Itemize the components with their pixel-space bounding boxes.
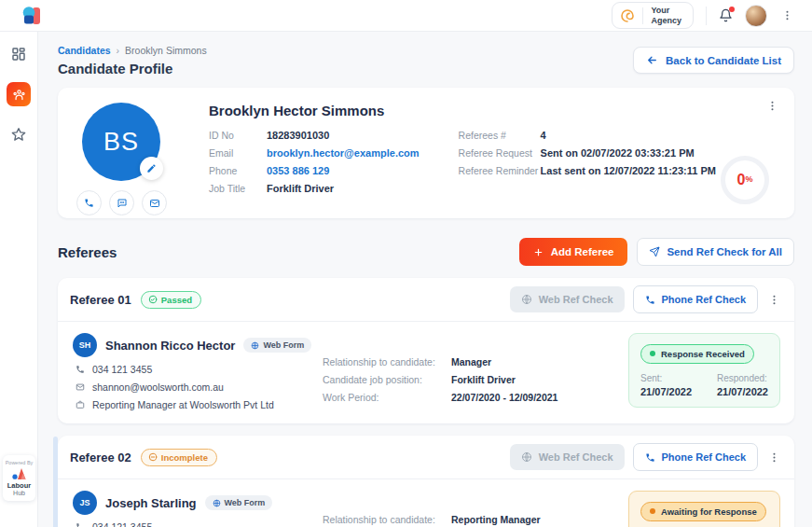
check-circle-icon [148, 295, 158, 304]
globe-icon [251, 341, 259, 350]
profile-details: Brooklyn Hector Simmons ID No 1828390103… [209, 103, 716, 215]
agency-name: Your Agency [651, 6, 681, 26]
field-phone: Phone 0353 886 129 [209, 165, 420, 176]
candidate-avatar: BS [82, 103, 160, 181]
referee-2-avatar: JS [73, 491, 97, 515]
globe-icon [521, 294, 532, 305]
breadcrumb-candidates-link[interactable]: Candidates [58, 45, 111, 56]
referee-1-body: SH Shannon Ricco Hector Web Form 034 121… [58, 322, 794, 423]
referee-2-title: Referee 02 [70, 451, 131, 465]
referee-1-name: Shannon Ricco Hector [105, 339, 235, 353]
referee-1-email: shannon@woolsworth.com.au [76, 381, 308, 393]
kebab-icon[interactable] [779, 7, 795, 23]
referees-section-header: Referees Add Referee Send Ref Check for … [58, 238, 794, 266]
pencil-icon [146, 163, 157, 173]
sidebar-item-favorites[interactable] [11, 127, 26, 142]
agency-switcher[interactable]: Your Agency [612, 2, 694, 30]
field-referee-request: Referee Request Sent on 02/07/2022 03:33… [459, 147, 716, 159]
referee-2-response-status: Awaiting for Response [640, 502, 766, 521]
referee-1-responded: Responded: 21/07/2022 [717, 373, 768, 397]
bell-icon[interactable] [719, 8, 733, 22]
briefcase-icon [76, 400, 85, 409]
email-button[interactable] [142, 190, 167, 215]
divider [642, 7, 643, 24]
web-ref-check-button[interactable]: Web Ref Check [510, 286, 625, 312]
back-button-label: Back to Candidate List [666, 55, 781, 66]
globe-icon [521, 451, 532, 463]
field-id-no: ID No 18283901030 [209, 130, 420, 141]
brand-name-bottom: Hub [5, 490, 34, 496]
referee-1-title: Referee 01 [70, 293, 131, 307]
phone-ref-check-button[interactable]: Phone Ref Check [633, 285, 758, 313]
minus-circle-icon [148, 452, 158, 462]
candidate-initials: BS [103, 128, 139, 157]
powered-by-card: Powered By Labour Hub [3, 455, 35, 501]
plus-icon [533, 247, 544, 257]
globe-icon [213, 499, 221, 507]
scrollbar-thumb[interactable] [53, 437, 58, 527]
referee-2-kebab-icon[interactable] [766, 450, 782, 465]
status-dot [650, 508, 655, 514]
app-logo[interactable] [22, 6, 43, 26]
send-all-label: Send Ref Check for All [667, 246, 782, 257]
breadcrumb-separator: › [117, 45, 120, 56]
add-referee-label: Add Referee [551, 246, 614, 257]
progress-unit: % [745, 174, 752, 184]
send-ref-check-all-button[interactable]: Send Ref Check for All [637, 238, 794, 266]
candidate-phone-link[interactable]: 0353 886 129 [267, 165, 329, 176]
referee-1-kebab-icon[interactable] [766, 292, 782, 308]
referee-1-avatar: SH [73, 333, 97, 357]
referees-title: Referees [58, 244, 117, 260]
referee-2-details: Relationship to candidate: Reporting Man… [323, 491, 613, 527]
completion-progress-ring: 0% [721, 156, 769, 204]
top-bar: Your Agency [0, 0, 812, 32]
referee-1-header: Referee 01 Passed Web Ref Check [58, 278, 794, 322]
phone-icon [645, 452, 655, 463]
main-content: Candidates › Brooklyn Simmons Candidate … [38, 32, 812, 527]
back-to-candidate-list-button[interactable]: Back to Candidate List [633, 47, 794, 74]
divider [706, 7, 707, 25]
referee-2-phone: 034 121 3455 [76, 521, 308, 527]
referee-2-body: JS Joseph Starling Web Form 034 121 3455 [58, 479, 794, 527]
candidate-profile-card: BS [58, 88, 794, 218]
sms-button[interactable] [109, 190, 134, 215]
mail-icon [76, 382, 85, 392]
status-dot [650, 351, 655, 356]
referee-2-webform-badge: Web Form [205, 495, 273, 510]
phone-ref-check-button[interactable]: Phone Ref Check [633, 443, 758, 471]
notification-dot [729, 7, 735, 12]
profile-fields-right: Referees # 4 Referee Request Sent on 02/… [459, 130, 716, 201]
referee-card-1: Referee 01 Passed Web Ref Check [58, 278, 794, 423]
call-button[interactable] [76, 190, 102, 215]
referee-2-name: Joseph Starling [105, 496, 197, 510]
referee-2-header: Referee 02 Incomplete Web Ref Check [58, 436, 794, 479]
chat-icon [117, 198, 128, 209]
phone-icon [76, 522, 85, 527]
referee-card-2: Referee 02 Incomplete Web Ref Check [58, 436, 794, 527]
agency-logo-icon [620, 8, 635, 23]
candidate-email-link[interactable]: brooklyn.hector@example.com [267, 147, 420, 159]
field-email: Email brooklyn.hector@example.com [209, 147, 420, 159]
field-referees-count: Referees # 4 [459, 130, 716, 141]
field-referee-reminder: Referee Reminder Last sent on 12/07/2022… [459, 165, 716, 176]
sidebar-item-candidates[interactable] [7, 82, 31, 106]
mail-icon [149, 198, 160, 209]
add-referee-button[interactable]: Add Referee [519, 238, 628, 266]
breadcrumb-current: Brooklyn Simmons [125, 45, 207, 56]
phone-icon [76, 365, 85, 374]
profile-kebab-icon[interactable] [764, 98, 780, 114]
web-ref-check-button[interactable]: Web Ref Check [510, 444, 625, 470]
referee-1-status-badge: Passed [141, 291, 201, 309]
candidate-name: Brooklyn Hector Simmons [209, 103, 716, 118]
referee-1-phone: 034 121 3455 [76, 364, 308, 375]
user-avatar[interactable] [745, 5, 767, 27]
referee-1-details: Relationship to candidate: Manager Candi… [323, 333, 613, 410]
referee-2-response-panel: Awaiting for Response Sent: 21/07/2022 R… [628, 491, 780, 527]
referee-1-response-panel: Response Received Sent: 21/07/2022 Respo… [628, 333, 780, 408]
referee-1-sent: Sent: 21/07/2022 [640, 373, 692, 397]
contact-actions [76, 190, 185, 215]
profile-fields-left: ID No 18283901030 Email brooklyn.hector@… [209, 130, 420, 201]
sidebar-item-dashboard[interactable] [11, 47, 26, 62]
edit-avatar-button[interactable] [140, 157, 163, 180]
labour-hub-logo [12, 468, 27, 479]
